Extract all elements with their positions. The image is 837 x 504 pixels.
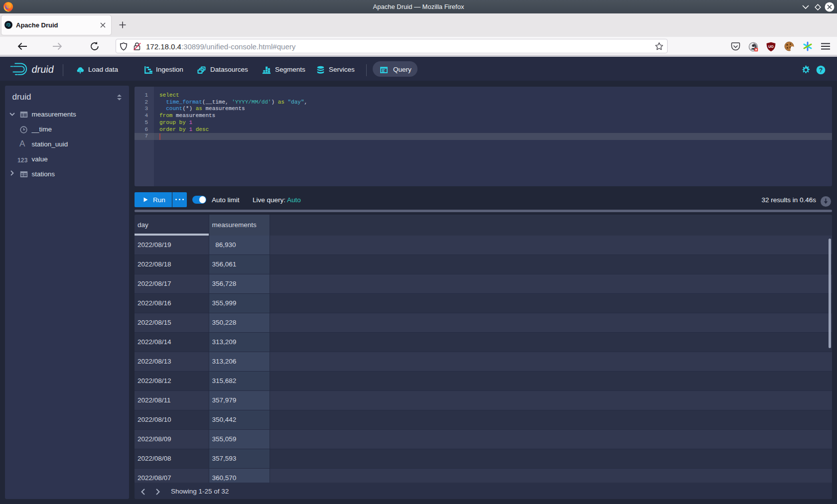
svg-text:?: ? — [819, 67, 823, 74]
svg-text:UO: UO — [768, 45, 774, 48]
